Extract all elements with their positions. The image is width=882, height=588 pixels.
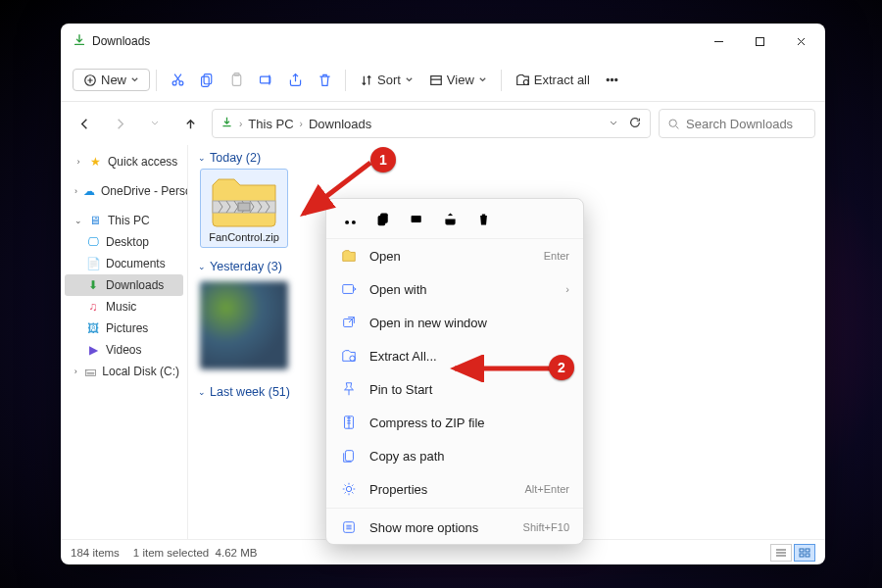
document-icon: 📄: [86, 257, 100, 270]
annotation-badge-2: 2: [549, 355, 574, 380]
forward-button[interactable]: [106, 110, 133, 137]
copy-icon[interactable]: [192, 66, 221, 95]
view-label: View: [447, 73, 474, 87]
rename-icon[interactable]: [407, 209, 426, 228]
svg-rect-0: [756, 37, 763, 45]
refresh-icon[interactable]: [628, 116, 642, 132]
search-input[interactable]: Search Downloads: [659, 109, 815, 138]
video-icon: ▶: [86, 343, 100, 357]
sort-button[interactable]: Sort: [352, 69, 421, 91]
pin-icon: [340, 380, 358, 398]
delete-icon[interactable]: [310, 66, 339, 95]
sidebar-item-quick-access[interactable]: ›★Quick access: [65, 151, 183, 172]
file-name-label: FanControl.zip: [209, 231, 279, 243]
annotation-arrow-1: [290, 153, 380, 229]
chevron-right-icon: ›: [565, 283, 569, 295]
svg-point-14: [669, 120, 676, 126]
breadcrumb-root[interactable]: This PC: [248, 117, 293, 131]
address-bar[interactable]: › This PC › Downloads: [212, 109, 651, 138]
chevron-right-icon: ›: [300, 119, 303, 129]
status-item-count: 184 items: [71, 547, 120, 559]
paste-icon[interactable]: [221, 66, 251, 95]
extract-all-button[interactable]: Extract all: [508, 69, 598, 91]
sidebar-item-videos[interactable]: ▶Videos: [65, 339, 183, 361]
share-icon[interactable]: [280, 66, 310, 95]
svg-point-2: [172, 81, 176, 85]
details-view-toggle[interactable]: [770, 544, 792, 562]
context-copy-path[interactable]: Copy as path: [326, 439, 583, 472]
download-icon: [73, 33, 86, 50]
folder-icon: [340, 247, 358, 265]
svg-rect-20: [806, 554, 809, 557]
icons-view-toggle[interactable]: [794, 544, 815, 562]
properties-icon: [340, 480, 358, 498]
titlebar: Downloads: [61, 24, 825, 59]
annotation-arrow-2: [443, 355, 561, 382]
back-button[interactable]: [71, 110, 98, 137]
svg-point-31: [346, 486, 351, 491]
svg-rect-16: [238, 203, 250, 211]
sidebar-item-onedrive[interactable]: ›☁OneDrive - Perso: [65, 180, 183, 202]
rename-icon[interactable]: [251, 66, 280, 95]
svg-point-11: [608, 78, 610, 80]
context-open[interactable]: OpenEnter: [326, 239, 583, 272]
thumbnail-blurred[interactable]: [200, 281, 288, 369]
annotation-badge-1: 1: [370, 147, 396, 172]
breadcrumb-folder[interactable]: Downloads: [309, 117, 371, 131]
download-icon: ⬇: [86, 278, 100, 292]
context-open-new-window[interactable]: Open in new window: [326, 306, 583, 339]
open-with-icon: [340, 280, 358, 298]
address-bar-row: › This PC › Downloads Search Downloads: [61, 102, 825, 145]
window-title: Downloads: [92, 34, 150, 48]
svg-rect-5: [201, 76, 209, 86]
sidebar-item-documents[interactable]: 📄Documents: [65, 253, 183, 274]
download-icon: [220, 116, 233, 131]
svg-rect-17: [800, 549, 804, 552]
context-show-more[interactable]: Show more optionsShift+F10: [326, 511, 583, 544]
music-icon: ♫: [86, 300, 100, 314]
context-properties[interactable]: PropertiesAlt+Enter: [326, 472, 583, 506]
sidebar-item-desktop[interactable]: 🖵Desktop: [65, 231, 183, 253]
maximize-button[interactable]: [739, 24, 780, 59]
recent-button[interactable]: [141, 110, 169, 137]
delete-icon[interactable]: [473, 209, 493, 228]
new-button-label: New: [101, 73, 126, 87]
sidebar-item-downloads[interactable]: ⬇Downloads: [65, 274, 183, 296]
view-button[interactable]: View: [421, 69, 495, 91]
close-button[interactable]: [780, 24, 821, 59]
svg-rect-6: [232, 74, 241, 85]
more-icon[interactable]: [598, 66, 627, 95]
svg-rect-19: [800, 554, 804, 557]
share-icon[interactable]: [440, 209, 460, 228]
svg-rect-30: [345, 451, 353, 462]
disk-icon: 🖴: [84, 365, 96, 378]
sidebar-item-music[interactable]: ♫Music: [65, 296, 183, 318]
cut-icon[interactable]: [163, 66, 192, 95]
search-placeholder: Search Downloads: [686, 117, 793, 131]
new-window-icon: [340, 314, 358, 331]
zip-icon: [340, 414, 358, 431]
svg-point-28: [350, 356, 355, 361]
extract-icon: [340, 347, 358, 365]
context-open-with[interactable]: Open with›: [326, 272, 583, 306]
svg-rect-25: [411, 216, 420, 222]
star-icon: ★: [88, 155, 102, 169]
up-button[interactable]: [176, 110, 204, 137]
picture-icon: 🖼: [86, 321, 100, 335]
svg-point-13: [615, 78, 617, 80]
chevron-down-icon[interactable]: [609, 117, 618, 131]
chevron-right-icon: ›: [239, 119, 242, 129]
svg-rect-18: [806, 549, 809, 552]
sidebar-item-local-disk[interactable]: ›🖴Local Disk (C:): [65, 361, 183, 382]
sidebar-item-pictures[interactable]: 🖼Pictures: [65, 318, 183, 339]
minimize-button[interactable]: [698, 24, 739, 59]
svg-rect-9: [431, 75, 442, 84]
cloud-icon: ☁: [83, 184, 95, 198]
sidebar-item-this-pc[interactable]: ⌄🖥This PC: [65, 210, 183, 231]
file-fancontrol-zip[interactable]: FanControl.zip: [200, 169, 288, 248]
svg-rect-26: [343, 285, 354, 294]
sort-label: Sort: [377, 73, 401, 87]
context-compress[interactable]: Compress to ZIP file: [326, 406, 583, 439]
pc-icon: 🖥: [88, 214, 102, 227]
new-button[interactable]: New: [73, 69, 150, 91]
